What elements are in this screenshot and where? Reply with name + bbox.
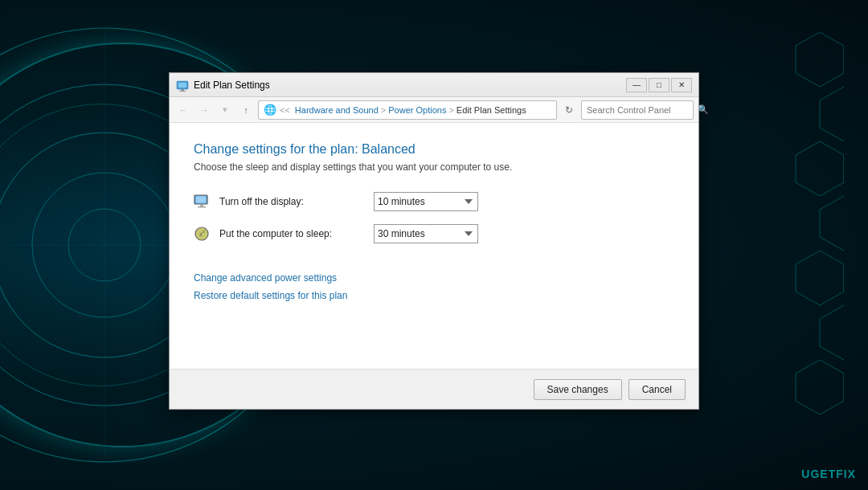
breadcrumb-arrow-2: > [448,105,453,115]
svg-rect-35 [178,83,186,88]
title-bar-controls: — □ ✕ [626,78,692,92]
close-button[interactable]: ✕ [671,78,692,92]
breadcrumb-hardware[interactable]: Hardware and Sound [295,105,379,115]
save-changes-button[interactable]: Save changes [534,379,622,400]
plan-title: Change settings for the plan: Balanced [194,142,674,157]
title-bar-icon [176,79,189,92]
edit-plan-window: Edit Plan Settings — □ ✕ ← → ▾ ↑ 🌐 << Ha… [169,72,699,410]
svg-rect-40 [200,204,203,206]
plan-subtitle: Choose the sleep and display settings th… [194,161,674,173]
recent-button[interactable]: ▾ [216,101,234,119]
breadcrumb-icon: 🌐 [264,104,276,116]
svg-rect-41 [198,206,206,208]
display-setting-label: Turn off the display: [219,196,364,207]
watermark: UGETFIX [801,468,856,480]
svg-text:z: z [203,229,205,234]
sleep-icon: z z [194,226,210,242]
breadcrumb-power-options[interactable]: Power Options [388,105,446,115]
title-bar: Edit Plan Settings — □ ✕ [170,73,698,97]
svg-rect-39 [196,197,206,203]
forward-button[interactable]: → [195,101,213,119]
display-setting-select[interactable]: 1 minute 2 minutes 5 minutes 10 minutes … [374,192,478,211]
search-box: 🔍 [581,100,694,120]
svg-marker-30 [796,360,844,414]
links-section: Change advanced power settings Restore d… [194,272,674,301]
restore-defaults-link[interactable]: Restore default settings for this plan [194,290,674,301]
display-setting-row: Turn off the display: 1 minute 2 minutes… [194,192,674,211]
search-input[interactable] [587,105,698,115]
svg-point-4 [68,209,141,281]
refresh-button[interactable]: ↻ [560,101,578,119]
address-bar: ← → ▾ ↑ 🌐 << Hardware and Sound > Power … [170,97,698,123]
sleep-setting-label: Put the computer to sleep: [219,228,364,239]
svg-marker-9 [796,32,844,87]
svg-marker-16 [796,141,844,196]
advanced-power-link[interactable]: Change advanced power settings [194,272,674,284]
breadcrumb-arrow-1: > [381,105,386,115]
svg-marker-27 [820,305,844,360]
svg-marker-13 [820,87,844,141]
minimize-button[interactable]: — [626,78,647,92]
back-button[interactable]: ← [174,101,192,119]
svg-marker-23 [796,251,844,305]
svg-point-3 [32,173,177,317]
maximize-button[interactable]: □ [649,78,669,92]
svg-rect-36 [181,89,184,91]
bottom-bar: Save changes Cancel [170,369,698,409]
breadcrumb-prefix: << [280,105,290,115]
sleep-setting-select[interactable]: 1 minute 5 minutes 10 minutes 15 minutes… [374,224,478,243]
up-button[interactable]: ↑ [237,101,255,119]
svg-marker-20 [820,196,844,251]
title-bar-text: Edit Plan Settings [194,80,626,91]
breadcrumb-current: Edit Plan Settings [457,105,526,115]
svg-rect-37 [179,91,186,92]
cancel-button[interactable]: Cancel [628,379,686,400]
sleep-setting-row: z z Put the computer to sleep: 1 minute … [194,224,674,243]
search-icon[interactable]: 🔍 [698,104,709,115]
content-area: Change settings for the plan: Balanced C… [170,123,698,369]
breadcrumb: 🌐 << Hardware and Sound > Power Options … [258,100,557,120]
display-icon [194,194,210,210]
